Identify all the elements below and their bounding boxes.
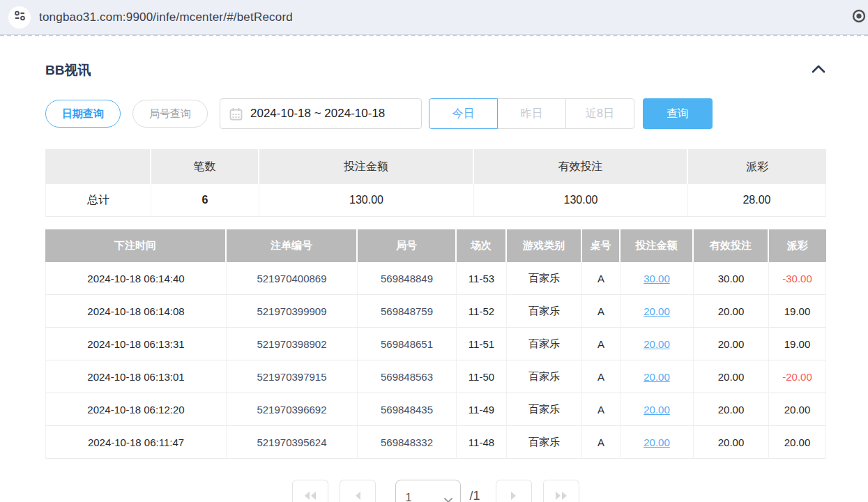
summary-header-valid-bet: 有效投注 [474,149,688,184]
payout-cell: 20.00 [769,426,826,459]
table-number-cell: A [582,262,620,295]
tune-icon [14,10,26,24]
table-row: 2024-10-18 06:13:01 521970397915 5698485… [45,360,826,393]
session-cell: 11-53 [457,262,507,295]
first-page-button[interactable] [292,480,328,502]
summary-total-label: 总计 [45,184,151,217]
bet-time-cell: 2024-10-18 06:11:47 [45,426,227,459]
quick-range-group: 今日 昨日 近8日 [429,98,634,129]
table-row: 2024-10-18 06:14:08 521970399909 5698487… [45,295,826,328]
table-number-cell: A [582,328,620,360]
table-row: 2024-10-18 06:13:31 521970398902 5698486… [45,328,826,360]
table-number-cell: A [582,360,620,393]
order-number-cell: 521970398902 [227,328,358,360]
session-cell: 11-49 [457,393,507,426]
summary-bet-amount-value: 130.00 [259,184,474,217]
round-query-tab[interactable]: 局号查询 [132,100,208,128]
collapse-button[interactable] [811,64,826,77]
summary-header-count: 笔数 [151,149,259,184]
bet-amount-link[interactable]: 20.00 [644,305,670,317]
bet-time-cell: 2024-10-18 06:14:40 [45,262,227,295]
valid-bet-cell: 20.00 [694,360,769,393]
col-game-type: 游戏类别 [507,229,582,262]
summary-payout-value: 28.00 [688,184,826,217]
today-button[interactable]: 今日 [429,98,498,129]
bet-time-cell: 2024-10-18 06:12:20 [45,393,227,426]
date-range-value: 2024-10-18 ~ 2024-10-18 [250,107,385,121]
col-order-number: 注单编号 [227,229,358,262]
next-page-icon [509,490,519,502]
bet-time-cell: 2024-10-18 06:13:01 [45,360,227,393]
bet-amount-link[interactable]: 20.00 [644,371,670,383]
table-header-row: 下注时间 注单编号 局号 场次 游戏类别 桌号 投注金额 有效投注 派彩 [45,229,826,262]
bet-amount-link[interactable]: 30.00 [644,273,670,284]
round-number-cell: 569848849 [358,262,457,295]
bet-record-page: BB视讯 日期查询 局号查询 2024-10-18 ~ 20 [0,36,868,502]
browser-url-bar: tongbao31.com:9900/infe/mcenter/#/betRec… [0,0,868,35]
order-number-cell: 521970395624 [227,426,358,459]
chevron-up-icon [811,64,826,77]
game-type-cell: 百家乐 [507,262,582,295]
round-number-cell: 569848563 [358,360,457,393]
bet-time-cell: 2024-10-18 06:13:31 [45,328,227,360]
url-text[interactable]: tongbao31.com:9900/infe/mcenter/#/betRec… [39,10,293,24]
col-session: 场次 [457,229,507,262]
col-bet-time: 下注时间 [45,229,227,262]
prev-page-icon [353,490,363,502]
summary-header-row: 笔数 投注金额 有效投注 派彩 [45,149,826,184]
round-number-cell: 569848332 [358,426,457,459]
filter-bar: 日期查询 局号查询 2024-10-18 ~ 2024-10-18 今日 昨日 … [45,98,826,129]
bet-amount-link[interactable]: 20.00 [644,404,670,416]
payout-cell: -20.00 [769,360,826,393]
valid-bet-cell: 20.00 [694,393,769,426]
bet-amount-link[interactable]: 20.00 [644,338,670,350]
date-range-input[interactable]: 2024-10-18 ~ 2024-10-18 [220,98,422,129]
valid-bet-cell: 20.00 [694,328,769,360]
first-page-icon [303,490,318,502]
round-number-cell: 569848759 [358,295,457,328]
page-title: BB视讯 [45,61,91,79]
session-cell: 11-52 [457,295,507,328]
session-cell: 11-50 [457,360,507,393]
col-table-number: 桌号 [582,229,620,262]
yesterday-button[interactable]: 昨日 [497,98,566,129]
search-button[interactable]: 查询 [643,98,713,129]
col-round-number: 局号 [358,229,457,262]
order-number-cell: 521970399909 [227,295,358,328]
game-type-cell: 百家乐 [507,328,582,360]
site-settings-button[interactable] [8,6,31,29]
payout-cell: 19.00 [769,328,826,360]
round-number-cell: 569848435 [358,393,457,426]
table-row: 2024-10-18 06:12:20 521970396692 5698484… [45,393,826,426]
round-number-cell: 569848651 [358,328,457,360]
prev-page-button[interactable] [340,480,376,502]
summary-header-bet-amount: 投注金额 [259,149,474,184]
date-query-tab[interactable]: 日期查询 [45,100,121,128]
last-page-button[interactable] [543,480,579,502]
bet-amount-link[interactable]: 20.00 [644,436,670,448]
valid-bet-cell: 20.00 [694,426,769,459]
summary-valid-bet-value: 130.00 [474,184,688,217]
bet-record-table: 下注时间 注单编号 局号 场次 游戏类别 桌号 投注金额 有效投注 派彩 202… [45,229,826,459]
pagination-bar: 1 /1 [45,480,826,502]
table-number-cell: A [582,426,620,459]
order-number-cell: 521970396692 [227,393,358,426]
table-number-cell: A [582,295,620,328]
col-payout: 派彩 [769,229,826,262]
last-8-days-button[interactable]: 近8日 [565,98,634,129]
game-type-cell: 百家乐 [507,393,582,426]
page-select[interactable]: 1 [395,480,461,502]
payout-cell: -30.00 [769,262,826,295]
calendar-icon [229,107,243,121]
valid-bet-cell: 20.00 [694,295,769,328]
last-page-icon [554,490,569,502]
game-type-cell: 百家乐 [507,295,582,328]
record-icon[interactable] [851,8,867,26]
page-total-label: /1 [469,489,480,502]
next-page-button[interactable] [496,480,532,502]
summary-table: 笔数 投注金额 有效投注 派彩 总计 6 130.00 130.00 28.00 [45,149,826,217]
col-bet-amount: 投注金额 [620,229,694,262]
table-number-cell: A [582,393,620,426]
summary-header-blank [45,149,151,184]
summary-count-value: 6 [151,184,259,217]
